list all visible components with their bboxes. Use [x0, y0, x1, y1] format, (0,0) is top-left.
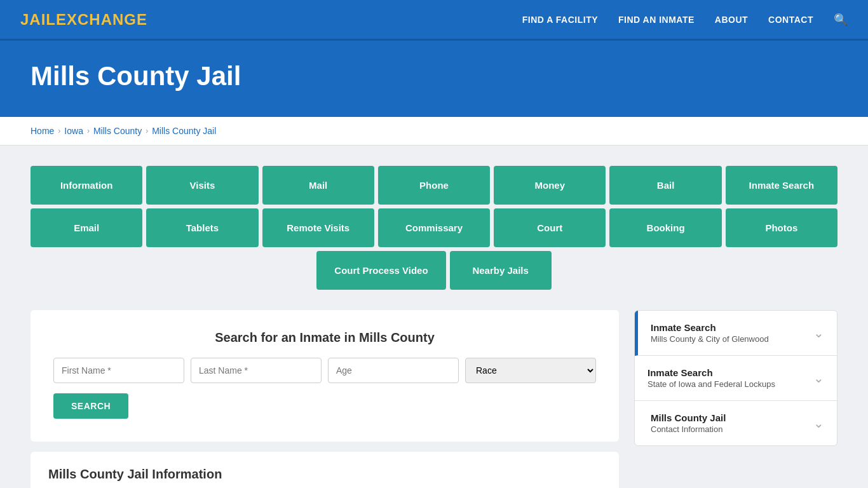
search-fields: Race White Black Hispanic Asian Other — [53, 358, 596, 383]
btn-information[interactable]: Information — [31, 166, 142, 205]
sidebar-item-3[interactable]: Mills County Jail Contact Information ⌄ — [635, 401, 837, 445]
sidebar-item-2-text: Inmate Search State of Iowa and Federal … — [648, 367, 775, 389]
btn-mail[interactable]: Mail — [262, 166, 374, 205]
logo-jail: JAIL — [20, 11, 56, 28]
breadcrumb-iowa[interactable]: Iowa — [64, 126, 83, 136]
breadcrumb-bar: Home › Iowa › Mills County › Mills Count… — [0, 117, 868, 146]
breadcrumb-sep-3: › — [146, 126, 148, 135]
breadcrumb: Home › Iowa › Mills County › Mills Count… — [31, 126, 837, 136]
search-icon[interactable]: 🔍 — [834, 13, 848, 27]
last-name-input[interactable] — [191, 358, 322, 383]
sidebar-item-2-title: Inmate Search — [648, 367, 775, 378]
sidebar: Inmate Search Mills County & City of Gle… — [634, 310, 837, 446]
breadcrumb-home[interactable]: Home — [31, 126, 54, 136]
button-grid-row2: Email Tablets Remote Visits Commissary C… — [31, 208, 837, 247]
btn-visits[interactable]: Visits — [146, 166, 258, 205]
btn-court-process-video[interactable]: Court Process Video — [316, 251, 445, 290]
chevron-down-icon-1: ⌄ — [813, 325, 824, 341]
sidebar-item-3-sub: Contact Information — [651, 424, 726, 434]
sidebar-item-2-sub: State of Iowa and Federal Lockups — [648, 379, 775, 389]
btn-money[interactable]: Money — [494, 166, 606, 205]
nav-links: FIND A FACILITY FIND AN INMATE ABOUT CON… — [522, 13, 848, 27]
btn-phone[interactable]: Phone — [378, 166, 490, 205]
breadcrumb-current: Mills County Jail — [152, 126, 216, 136]
search-card: Search for an Inmate in Mills County Rac… — [31, 310, 619, 442]
btn-inmate-search[interactable]: Inmate Search — [726, 166, 837, 205]
sidebar-item-1[interactable]: Inmate Search Mills County & City of Gle… — [635, 311, 837, 356]
btn-photos[interactable]: Photos — [726, 208, 837, 247]
btn-booking[interactable]: Booking — [609, 208, 721, 247]
main-content: Information Visits Mail Phone Money Bail… — [0, 146, 868, 488]
page-title: Mills County Jail — [31, 61, 837, 92]
btn-commissary[interactable]: Commissary — [378, 208, 490, 247]
chevron-down-icon-2: ⌄ — [813, 370, 824, 386]
btn-court[interactable]: Court — [494, 208, 606, 247]
lower-section: Search for an Inmate in Mills County Rac… — [31, 310, 837, 488]
navbar: JAILEXCHANGE FIND A FACILITY FIND AN INM… — [0, 0, 868, 41]
sidebar-item-1-sub: Mills County & City of Glenwood — [651, 334, 769, 344]
info-card: Mills County Jail Information — [31, 452, 619, 488]
contact-link[interactable]: CONTACT — [768, 15, 813, 25]
button-grid-row1: Information Visits Mail Phone Money Bail… — [31, 166, 837, 205]
chevron-down-icon-3: ⌄ — [813, 416, 824, 431]
breadcrumb-sep-1: › — [58, 126, 60, 135]
first-name-input[interactable] — [53, 358, 184, 383]
sidebar-item-1-text: Inmate Search Mills County & City of Gle… — [651, 322, 769, 344]
sidebar-item-2[interactable]: Inmate Search State of Iowa and Federal … — [635, 356, 837, 401]
breadcrumb-sep-2: › — [87, 126, 90, 135]
breadcrumb-county[interactable]: Mills County — [93, 126, 142, 136]
about-link[interactable]: ABOUT — [715, 15, 748, 25]
find-inmate-link[interactable]: FIND AN INMATE — [618, 15, 695, 25]
btn-email[interactable]: Email — [31, 208, 142, 247]
search-title: Search for an Inmate in Mills County — [53, 330, 596, 345]
find-facility-link[interactable]: FIND A FACILITY — [522, 15, 598, 25]
age-input[interactable] — [328, 358, 459, 383]
hero-section: Mills County Jail — [0, 41, 868, 117]
search-button[interactable]: SEARCH — [53, 393, 128, 419]
sidebar-item-1-title: Inmate Search — [651, 322, 769, 333]
btn-tablets[interactable]: Tablets — [146, 208, 258, 247]
sidebar-item-3-title: Mills County Jail — [651, 412, 726, 423]
sidebar-item-3-text: Mills County Jail Contact Information — [651, 412, 726, 434]
info-title: Mills County Jail Information — [48, 467, 601, 482]
site-logo[interactable]: JAILEXCHANGE — [20, 11, 147, 29]
btn-remote-visits[interactable]: Remote Visits — [262, 208, 374, 247]
logo-exchange: EXCHANGE — [56, 11, 147, 28]
race-select[interactable]: Race White Black Hispanic Asian Other — [465, 358, 596, 383]
btn-nearby-jails[interactable]: Nearby Jails — [450, 251, 552, 290]
button-grid-row3: Court Process Video Nearby Jails — [31, 251, 837, 290]
btn-bail[interactable]: Bail — [609, 166, 721, 205]
